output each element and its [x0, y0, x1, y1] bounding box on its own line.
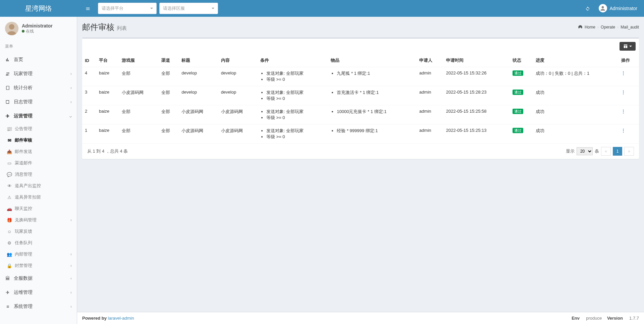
- table-header: 申请时间: [443, 54, 510, 67]
- sidebar-subitem[interactable]: 👥内部管理‹: [0, 249, 77, 260]
- sidebar-subitem[interactable]: ▭渠道邮件: [0, 157, 77, 169]
- table-body: 4 baize 全部 全部 develop develop 发送对象: 全部玩家…: [82, 67, 639, 144]
- gift-icon: 🎁: [7, 218, 12, 223]
- box-footer: 从 1 到 4 ，总共 4 条 显示 20 条 « 1 »: [82, 144, 639, 159]
- content-wrapper: 邮件审核 列表 Home › Operate › Mail_audit ID平台…: [77, 17, 644, 324]
- chevron-left-icon: ‹: [70, 263, 72, 268]
- page-title: 邮件审核 列表: [82, 22, 127, 33]
- table-header: ID: [82, 54, 96, 67]
- sidebar-toggle-button[interactable]: [80, 1, 95, 16]
- columns-toggle-button[interactable]: [620, 42, 636, 51]
- chevron-left-icon: ‹: [70, 276, 72, 281]
- car-icon: 🚗: [7, 206, 12, 211]
- show-label: 显示: [566, 148, 575, 154]
- users-icon: [5, 71, 10, 76]
- page-1-button[interactable]: 1: [613, 147, 623, 156]
- laravel-admin-link[interactable]: laravel-admin: [108, 316, 134, 321]
- table-row: 4 baize 全部 全部 develop develop 发送对象: 全部玩家…: [82, 67, 639, 86]
- server-select[interactable]: 请选择区服: [159, 3, 218, 14]
- prev-page-button[interactable]: «: [601, 147, 611, 156]
- bars-icon: [86, 6, 90, 11]
- group-icon: 👥: [7, 252, 12, 257]
- sidebar-item[interactable]: 首页: [0, 53, 77, 67]
- sidebar-subitem[interactable]: 💬消息管理: [0, 169, 77, 180]
- main-menu: 首页玩家管理‹统计分析‹日志管理‹: [0, 53, 77, 109]
- book-icon: [5, 100, 10, 104]
- platform-select[interactable]: 请选择平台: [98, 3, 157, 14]
- table-header: 状态: [510, 54, 533, 67]
- sidebar-item-operations[interactable]: ✈运营管理⌵ 📰公告管理✉邮件审核📤邮件发送▭渠道邮件💬消息管理👁道具产出监控⚠…: [0, 109, 77, 271]
- per-page-select[interactable]: 20: [577, 147, 593, 155]
- platform-placeholder: 请选择平台: [102, 5, 123, 11]
- svg-point-2: [9, 24, 14, 30]
- table-header: 游戏服: [119, 54, 158, 67]
- table-row: 3 baize 小皮源码网 全部 develop develop 发送对象: 全…: [82, 86, 639, 105]
- eye-icon: 👁: [7, 183, 12, 188]
- bank-icon: 🏛: [5, 276, 10, 281]
- table-header: 标题: [179, 54, 218, 67]
- sidebar-subitem[interactable]: ⚙任务队列: [0, 237, 77, 249]
- next-page-button[interactable]: »: [624, 147, 634, 156]
- menu-header: 菜单: [0, 40, 77, 53]
- data-box: ID平台游戏服渠道标题内容条件物品申请人申请时间状态进度操作 4 baize 全…: [82, 38, 639, 159]
- plane-icon: ✈: [5, 113, 10, 119]
- pagination: 显示 20 条 « 1 »: [566, 147, 634, 156]
- sidebar-subitem[interactable]: 🔒封禁管理‹: [0, 260, 77, 271]
- svg-rect-5: [6, 86, 9, 90]
- chevron-left-icon: ‹: [70, 290, 72, 295]
- sidebar-subitem[interactable]: 📰公告管理: [0, 123, 77, 134]
- table-info: 从 1 到 4 ，总共 4 条: [87, 148, 128, 154]
- sidebar-subitem[interactable]: ☺玩家反馈: [0, 226, 77, 237]
- user-name: Administrator: [22, 23, 53, 29]
- mail-icon: ✉: [7, 138, 12, 143]
- sidebar-item[interactable]: 🏛全服数据‹: [0, 271, 77, 285]
- tasks-icon: ⚙: [7, 240, 12, 246]
- sidebar-subitem[interactable]: ⚠道具异常扣留: [0, 192, 77, 203]
- list-icon: ≡: [5, 304, 10, 309]
- row-actions-button[interactable]: ⋮: [621, 128, 626, 133]
- status-badge: 通过: [513, 90, 523, 95]
- table-header: 操作: [619, 54, 639, 67]
- brand-logo[interactable]: 星湾网络: [0, 0, 77, 17]
- refresh-button[interactable]: [583, 3, 593, 14]
- user-status: 在线: [22, 29, 53, 34]
- svg-point-4: [8, 72, 9, 74]
- footer-right: Env produce Version 1.7.7: [568, 316, 639, 321]
- sidebar-item[interactable]: 玩家管理‹: [0, 67, 77, 81]
- breadcrumb-home[interactable]: Home: [585, 25, 595, 30]
- sidebar: Administrator 在线 菜单 首页玩家管理‹统计分析‹日志管理‹ ✈运…: [0, 17, 77, 324]
- sidebar-subitem[interactable]: 👁道具产出监控: [0, 180, 77, 192]
- breadcrumb-operate[interactable]: Operate: [601, 25, 615, 30]
- footer-left: Powered by laravel-admin: [82, 316, 134, 321]
- sidebar-subitem[interactable]: 🚗聊天监控: [0, 203, 77, 214]
- svg-point-0: [602, 6, 604, 8]
- box-header: [82, 39, 639, 54]
- caret-down-icon: [629, 46, 632, 47]
- sidebar-subitem[interactable]: 📤邮件发送: [0, 146, 77, 157]
- breadcrumb: Home › Operate › Mail_audit: [578, 25, 639, 30]
- breadcrumb-current: Mail_audit: [621, 25, 639, 30]
- caret-down-icon: [212, 8, 214, 9]
- sidebar-subitem[interactable]: ✉邮件审核: [0, 134, 77, 146]
- status-dot-icon: [22, 30, 24, 33]
- status-badge: 通过: [513, 109, 523, 114]
- sidebar-subitem[interactable]: 🎁兑换码管理‹: [0, 214, 77, 226]
- user-panel: Administrator 在线: [0, 17, 77, 40]
- sidebar-item[interactable]: 统计分析‹: [0, 81, 77, 95]
- row-actions-button[interactable]: ⋮: [621, 90, 626, 95]
- top-navbar: 星湾网络 请选择平台 请选择区服 Administrator: [0, 0, 644, 17]
- plane-icon: ✈: [5, 290, 10, 295]
- row-actions-button[interactable]: ⋮: [621, 109, 626, 114]
- table-header: 申请人: [417, 54, 443, 67]
- user-menu[interactable]: Administrator: [599, 4, 637, 12]
- table-row: 2 baize 全部 全部 小皮源码网 小皮源码网 发送对象: 全部玩家等级 >…: [82, 105, 639, 124]
- sidebar-item[interactable]: 日志管理‹: [0, 95, 77, 109]
- sidebar-item[interactable]: ≡系统管理‹: [0, 300, 77, 314]
- operations-submenu: 📰公告管理✉邮件审核📤邮件发送▭渠道邮件💬消息管理👁道具产出监控⚠道具异常扣留🚗…: [0, 123, 77, 271]
- table-header: 物品: [328, 54, 417, 67]
- row-actions-button[interactable]: ⋮: [621, 70, 626, 75]
- sidebar-item[interactable]: ✈运维管理‹: [0, 285, 77, 300]
- page-subtitle: 列表: [117, 25, 127, 31]
- table-header: 内容: [218, 54, 258, 67]
- table-header: 平台: [96, 54, 119, 67]
